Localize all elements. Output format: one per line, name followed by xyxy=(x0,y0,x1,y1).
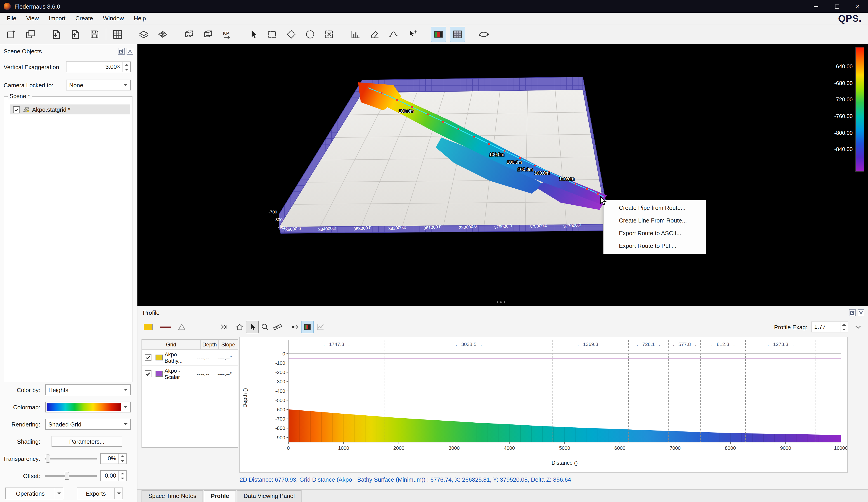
turntable-button[interactable] xyxy=(476,27,492,42)
ground-plane xyxy=(279,90,608,227)
color-by-select[interactable]: Heights xyxy=(45,385,131,395)
menu-view[interactable]: View xyxy=(21,13,44,23)
rendering-select[interactable]: Shaded Grid xyxy=(45,419,131,430)
maximize-icon xyxy=(835,4,839,8)
profile-curve-button[interactable] xyxy=(386,27,401,42)
circle-select-button[interactable] xyxy=(302,27,318,42)
maximize-button[interactable] xyxy=(826,0,847,13)
select-cursor-button[interactable] xyxy=(246,27,261,42)
close-profile-button[interactable] xyxy=(858,309,865,316)
undock-panel-button[interactable] xyxy=(118,48,125,54)
scene-item-label: Akpo.statgrid * xyxy=(32,106,70,113)
profile-colormap-toggle[interactable] xyxy=(301,321,314,333)
cube-view-button[interactable] xyxy=(200,27,216,42)
menu-create[interactable]: Create xyxy=(71,13,98,23)
undock-profile-button[interactable] xyxy=(849,309,856,316)
profile-curve-icon xyxy=(388,29,399,40)
bounding-box-button[interactable] xyxy=(181,27,197,42)
shading-parameters-button[interactable]: Parameters... xyxy=(52,436,122,447)
colormap-select[interactable] xyxy=(45,402,131,412)
table-row[interactable]: Akpo - Bathy... ----.-- ----.--° xyxy=(142,350,238,366)
import-data-button[interactable] xyxy=(49,27,64,42)
row-color-swatch[interactable] xyxy=(156,371,163,377)
operations-button[interactable]: Operations xyxy=(6,488,63,499)
3d-viewport[interactable]: 100.0m 100.0m 100.0m 100.0m 100.0m 100.0… xyxy=(137,44,868,306)
scene-tree-item[interactable]: Akpo.statgrid * xyxy=(10,104,130,114)
bathy-color-chip[interactable] xyxy=(144,324,153,330)
exports-button[interactable]: Exports xyxy=(77,488,123,499)
eraser-button[interactable] xyxy=(366,27,382,42)
collapse-panel-button[interactable] xyxy=(852,321,865,333)
expand-tools-button[interactable] xyxy=(218,321,230,333)
poly-select-button[interactable] xyxy=(283,27,299,42)
add-waypoint-button[interactable] xyxy=(288,321,301,333)
triangle-marker-button[interactable] xyxy=(175,321,188,333)
shaded-grid-toggle[interactable] xyxy=(450,27,465,42)
line-style-chip[interactable] xyxy=(160,324,171,330)
menu-import[interactable]: Import xyxy=(44,13,71,23)
magnifier-icon xyxy=(260,322,269,331)
menu-window[interactable]: Window xyxy=(98,13,129,23)
table-row[interactable]: Akpo - Scalar ----.-- ----.--° xyxy=(142,366,238,382)
wireframe-button[interactable] xyxy=(155,27,170,42)
transparency-input[interactable]: 0% xyxy=(100,453,127,464)
spin-buttons[interactable] xyxy=(123,62,130,72)
duplicate-scene-button[interactable] xyxy=(23,27,38,42)
slider-thumb[interactable] xyxy=(65,472,69,480)
tab-data-viewing-panel[interactable]: Data Viewing Panel xyxy=(237,490,301,502)
row-checkbox[interactable] xyxy=(144,354,151,361)
menu-item-export-plf[interactable]: Export Route to PLF... xyxy=(603,240,706,252)
menu-item-create-pipe[interactable]: Create Pipe from Route... xyxy=(603,202,706,214)
spin-buttons[interactable] xyxy=(118,454,126,463)
zoom-button[interactable] xyxy=(259,321,271,333)
clear-select-button[interactable] xyxy=(321,27,337,42)
colormap-editor-toggle[interactable] xyxy=(431,27,446,42)
color-by-label: Color by: xyxy=(17,387,40,393)
tab-space-time-notes[interactable]: Space Time Notes xyxy=(142,490,203,502)
save-button[interactable] xyxy=(87,27,102,42)
export-data-button[interactable] xyxy=(68,27,83,42)
close-panel-button[interactable] xyxy=(127,48,133,54)
home-view-button[interactable] xyxy=(233,321,246,333)
profile-chart[interactable]: ← 1747.3 →← 3038.5 →← 1369.3 →← 728.1 →←… xyxy=(239,337,848,473)
surface-layers-button[interactable] xyxy=(136,27,152,42)
rect-select-button[interactable] xyxy=(265,27,280,42)
minimize-icon xyxy=(814,6,818,7)
scene-item-checkbox[interactable] xyxy=(13,106,20,113)
spin-buttons[interactable] xyxy=(118,471,126,481)
column-header-grid[interactable]: Grid xyxy=(142,340,201,349)
new-scene-button[interactable] xyxy=(3,27,19,42)
import-data-icon xyxy=(51,29,62,40)
profile-grid-table: Grid Depth Slope Akpo - Bathy... ----.--… xyxy=(142,339,238,448)
kp-marker-button[interactable]: KP xyxy=(219,27,235,42)
row-checkbox[interactable] xyxy=(144,370,151,377)
row-color-swatch[interactable] xyxy=(156,355,163,360)
menu-item-export-ascii[interactable]: Export Route to ASCII... xyxy=(603,227,706,240)
column-header-depth[interactable]: Depth xyxy=(201,340,219,349)
tab-profile[interactable]: Profile xyxy=(204,490,236,502)
spin-buttons[interactable] xyxy=(840,322,848,332)
offset-input[interactable]: 0.00 xyxy=(100,470,127,481)
minimize-button[interactable] xyxy=(806,0,826,13)
add-point-button[interactable] xyxy=(405,27,420,42)
vertical-exaggeration-input[interactable]: 3.00× xyxy=(66,62,131,72)
menu-item-create-line[interactable]: Create Line From Route... xyxy=(603,214,706,227)
profile-select-cursor-button[interactable] xyxy=(246,321,259,333)
profile-exag-input[interactable]: 1.77 xyxy=(811,321,848,332)
measure-button[interactable] xyxy=(271,321,284,333)
camera-locked-select[interactable]: None xyxy=(66,80,131,91)
profile-chart-mode-button[interactable] xyxy=(314,321,327,333)
menu-file[interactable]: File xyxy=(2,13,21,23)
column-header-slope[interactable]: Slope xyxy=(219,340,238,349)
transparency-slider[interactable] xyxy=(45,453,97,464)
slider-groove xyxy=(45,475,97,477)
segment-annotation: ← 577.8 → xyxy=(672,341,697,347)
grid-view-button[interactable] xyxy=(110,27,125,42)
menu-help[interactable]: Help xyxy=(129,13,151,23)
close-button[interactable]: × xyxy=(847,0,868,13)
slider-thumb[interactable] xyxy=(46,454,50,463)
eraser-icon xyxy=(369,29,380,40)
offset-slider[interactable] xyxy=(45,470,97,481)
histogram-button[interactable] xyxy=(348,27,363,42)
splitter-grip[interactable] xyxy=(497,301,505,303)
